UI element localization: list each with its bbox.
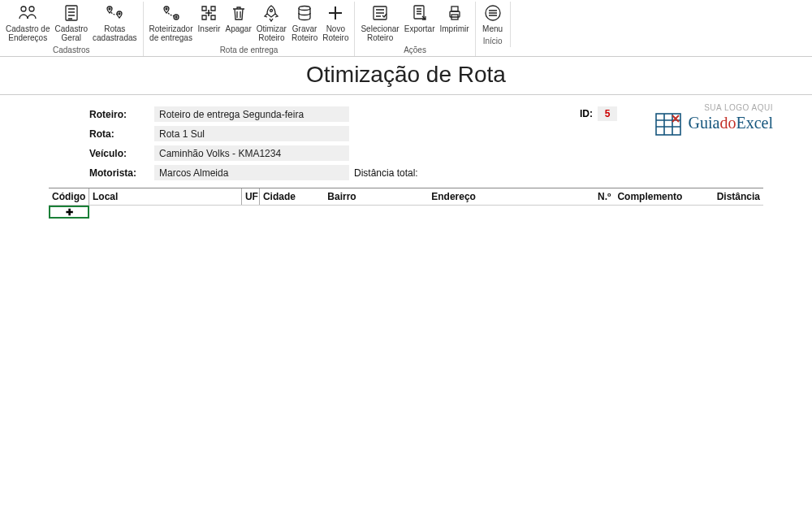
logo-tagline: SUA LOGO AQUI: [654, 103, 773, 112]
form-area: ID: 5 SUA LOGO AQUI GuiadoExcel Roteiro:…: [49, 105, 763, 183]
trash-icon: [227, 3, 250, 23]
th-complemento: Complemento: [614, 188, 713, 205]
ribbon-group-title: Rota de entrega: [220, 45, 279, 54]
svg-point-4: [119, 13, 120, 15]
table-row: ✚: [49, 206, 763, 220]
rotas-cadastradas-button[interactable]: Rotas cadastradas: [90, 2, 139, 44]
cell-cursor-icon: ✚: [66, 207, 73, 218]
ribbon-group-title: Cadastros: [53, 45, 90, 54]
ribbon-toolbar: Cadastro de Endereços Cadastro Geral Rot…: [0, 0, 812, 57]
export-icon: [408, 3, 431, 23]
insert-row-icon: [197, 3, 220, 23]
logo-part3: Excel: [736, 114, 773, 132]
rota-input[interactable]: [154, 126, 349, 142]
motorista-input[interactable]: [154, 165, 349, 181]
inserir-button[interactable]: Inserir: [195, 2, 222, 35]
logo-grid-icon: [654, 112, 682, 139]
rocket-icon: [260, 3, 283, 23]
th-bairro: Bairro: [324, 188, 428, 205]
th-local: Local: [89, 188, 241, 205]
distancia-total-label: Distância total:: [354, 167, 418, 179]
roteirizador-button[interactable]: Roteirizador de entregas: [147, 2, 196, 44]
brand-logo: SUA LOGO AQUI GuiadoExcel: [654, 103, 773, 139]
apagar-button[interactable]: Apagar: [222, 2, 253, 35]
active-cell[interactable]: ✚: [49, 206, 89, 219]
select-list-icon: [369, 3, 391, 23]
roteiro-label: Roteiro:: [89, 109, 154, 120]
exportar-button[interactable]: Exportar: [402, 2, 438, 35]
ribbon-group-cadastros: Cadastro de Endereços Cadastro Geral Rot…: [0, 2, 144, 56]
route-pin-icon: [103, 3, 126, 23]
svg-rect-2: [66, 6, 77, 20]
id-value: 5: [598, 106, 617, 121]
svg-point-8: [270, 10, 273, 12]
menu-button[interactable]: Menu: [479, 2, 507, 35]
roteiro-input[interactable]: [154, 106, 349, 123]
th-uf: UF: [241, 188, 259, 205]
ribbon-group-rota: Roteirizador de entregas Inserir Apagar …: [144, 2, 356, 56]
th-distancia: Distância: [714, 188, 763, 205]
th-endereco: Endereço: [428, 188, 587, 205]
ribbon-group-acoes: Selecionar Roteiro Exportar Imprimir Açõ…: [355, 2, 475, 56]
veiculo-input[interactable]: [154, 145, 349, 162]
table-header-row: Código Local UF Cidade Bairro Endereço N…: [49, 188, 763, 206]
th-no: N.º: [588, 188, 615, 205]
svg-point-3: [109, 8, 110, 10]
id-label: ID:: [580, 108, 593, 119]
ribbon-group-title: Ações: [404, 45, 426, 54]
svg-point-7: [175, 16, 177, 18]
th-codigo: Código: [49, 188, 89, 205]
id-block: ID: 5: [580, 106, 617, 121]
plus-icon: [324, 3, 347, 23]
svg-rect-13: [451, 6, 458, 11]
th-cidade: Cidade: [259, 188, 324, 205]
imprimir-button[interactable]: Imprimir: [438, 2, 472, 35]
document-icon: [60, 3, 83, 23]
svg-point-1: [29, 6, 34, 11]
ribbon-group-inicio: Menu Início: [476, 2, 511, 47]
svg-point-5: [166, 8, 167, 10]
otimizar-roteiro-button[interactable]: Otimizar Roteiro: [254, 2, 289, 44]
veiculo-label: Veículo:: [89, 148, 154, 159]
gravar-roteiro-button[interactable]: Gravar Roteiro: [289, 2, 320, 44]
svg-point-9: [299, 6, 310, 11]
cadastro-geral-button[interactable]: Cadastro Geral: [52, 2, 90, 44]
logo-part2: do: [719, 114, 736, 132]
printer-icon: [443, 3, 466, 23]
page-title: Otimização de Rota: [0, 57, 812, 95]
selecionar-roteiro-button[interactable]: Selecionar Roteiro: [358, 2, 401, 44]
motorista-label: Motorista:: [89, 167, 154, 179]
map-route-icon: [160, 3, 183, 23]
people-pin-icon: [16, 3, 39, 23]
rota-label: Rota:: [89, 128, 154, 140]
database-icon: [293, 3, 316, 23]
ribbon-group-title: Início: [483, 37, 503, 45]
cadastro-enderecos-button[interactable]: Cadastro de Endereços: [3, 2, 52, 44]
svg-point-0: [21, 6, 26, 11]
svg-point-6: [174, 15, 179, 19]
hamburger-menu-icon: [482, 3, 504, 23]
novo-roteiro-button[interactable]: Novo Roteiro: [320, 2, 351, 44]
logo-part1: Guia: [689, 114, 720, 132]
